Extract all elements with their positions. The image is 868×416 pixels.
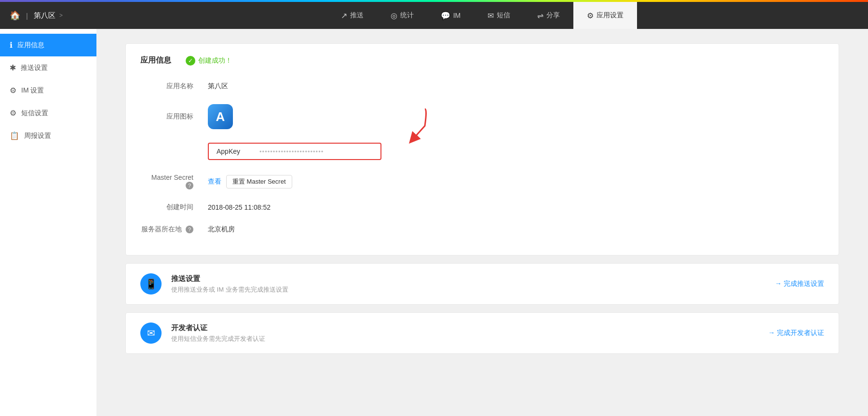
sidebar: ℹ 应用信息 ✱ 推送设置 ⚙ IM 设置 ⚙ 短信设置 📋 周报设置 [0, 29, 96, 416]
chevron-icon: > [59, 12, 63, 19]
appkey-box: AppKey •••••••••••••••••••••••• [208, 143, 381, 160]
complete-developer-auth-link[interactable]: → 完成开发者认证 [768, 329, 824, 337]
reset-master-secret-button[interactable]: 重置 Master Secret [226, 175, 292, 188]
gear-icon: ⚙ [10, 86, 16, 95]
nav-stats-label: 统计 [400, 11, 414, 20]
appkey-field-value: •••••••••••••••••••••••• [259, 148, 324, 155]
app-name-value: 第八区 [208, 82, 228, 91]
brand-name: 第八区 [34, 11, 55, 20]
header-brand: 🏠 | 第八区 > [0, 10, 96, 21]
sms-icon: ✉ [488, 11, 494, 20]
sidebar-sms-settings-label: 短信设置 [21, 109, 48, 118]
success-checkmark-icon: ✓ [186, 56, 195, 66]
app-icon-row: 应用图标 A [140, 97, 824, 136]
home-icon: 🏠 [10, 10, 20, 21]
developer-auth-icon: ✉ [140, 322, 162, 344]
nav-sms-label: 短信 [497, 11, 510, 20]
app-icon-image: A [208, 104, 233, 129]
developer-auth-card: ✉ 开发者认证 使用短信业务需先完成开发者认证 → 完成开发者认证 [125, 312, 839, 354]
server-location-row: 服务器所在地 ? 北京机房 [140, 218, 824, 241]
red-arrow-icon [386, 107, 434, 150]
sidebar-item-push-settings[interactable]: ✱ 推送设置 [0, 56, 96, 79]
success-text: 创建成功！ [198, 56, 232, 65]
nav-settings-label: 应用设置 [597, 11, 624, 20]
nav-push-label: 推送 [350, 11, 364, 20]
app-icon-value: A [208, 104, 233, 129]
header-nav: ↗ 推送 ◎ 统计 💬 IM ✉ 短信 ⇌ 分享 ⚙ 应用设置 [96, 2, 868, 29]
success-badge: ✓ 创建成功！ [186, 56, 232, 66]
info-table: 应用名称 第八区 应用图标 A [126, 66, 839, 255]
share-icon: ⇌ [537, 11, 543, 20]
server-location-help-icon[interactable]: ? [186, 226, 193, 233]
sidebar-im-settings-label: IM 设置 [21, 86, 44, 95]
complete-push-settings-link[interactable]: → 完成推送设置 [775, 280, 824, 288]
header: 🏠 | 第八区 > ↗ 推送 ◎ 统计 💬 IM ✉ 短信 ⇌ 分享 ⚙ 应用设… [0, 2, 868, 29]
created-time-label: 创建时间 [140, 203, 208, 212]
page-title: 应用信息 [140, 55, 171, 66]
report-icon: 📋 [10, 131, 19, 140]
push-settings-desc: 使用推送业务或 IM 业务需先完成推送设置 [171, 285, 765, 294]
main-content: 应用信息 ✓ 创建成功！ 应用名称 第八区 应用图标 A [96, 29, 868, 416]
master-secret-label: Master Secret ? [140, 174, 208, 189]
master-secret-help-icon[interactable]: ? [186, 182, 193, 189]
nav-item-sms[interactable]: ✉ 短信 [474, 2, 524, 29]
server-location-value: 北京机房 [208, 225, 235, 234]
main-layout: ℹ 应用信息 ✱ 推送设置 ⚙ IM 设置 ⚙ 短信设置 📋 周报设置 应用信息… [0, 29, 868, 416]
app-name-row: 应用名称 第八区 [140, 75, 824, 97]
wrench-icon: ✱ [10, 63, 16, 72]
developer-auth-desc: 使用短信业务需先完成开发者认证 [171, 335, 759, 343]
stats-icon: ◎ [391, 11, 397, 20]
sidebar-item-app-info[interactable]: ℹ 应用信息 [0, 34, 96, 56]
nav-item-share[interactable]: ⇌ 分享 [524, 2, 573, 29]
appkey-field-label: AppKey [217, 148, 240, 155]
im-icon: 💬 [441, 11, 450, 20]
appkey-row: AppKey •••••••••••••••••••••••• [140, 136, 824, 167]
sms-settings-icon: ⚙ [10, 108, 16, 118]
app-name-label: 应用名称 [140, 82, 208, 91]
view-link[interactable]: 查看 [208, 177, 221, 186]
settings-nav-icon: ⚙ [587, 11, 594, 20]
nav-item-push[interactable]: ↗ 推送 [327, 2, 377, 29]
sidebar-item-sms-settings[interactable]: ⚙ 短信设置 [0, 102, 96, 124]
nav-item-im[interactable]: 💬 IM [427, 2, 475, 29]
sidebar-app-info-label: 应用信息 [17, 41, 44, 50]
push-icon: ↗ [341, 11, 347, 20]
appkey-value-container: AppKey •••••••••••••••••••••••• [208, 143, 381, 160]
app-info-top: 应用信息 ✓ 创建成功！ [126, 44, 839, 66]
push-settings-text: 推送设置 使用推送业务或 IM 业务需先完成推送设置 [171, 274, 765, 294]
sidebar-item-weekly-settings[interactable]: 📋 周报设置 [0, 124, 96, 147]
master-secret-value: 查看 重置 Master Secret [208, 175, 292, 188]
sidebar-push-settings-label: 推送设置 [21, 64, 48, 72]
push-settings-title: 推送设置 [171, 274, 765, 283]
created-time-value: 2018-08-25 11:08:52 [208, 203, 271, 211]
push-settings-card: 📱 推送设置 使用推送业务或 IM 业务需先完成推送设置 → 完成推送设置 [125, 263, 839, 305]
push-settings-icon: 📱 [140, 273, 162, 295]
created-time-row: 创建时间 2018-08-25 11:08:52 [140, 196, 824, 218]
info-icon: ℹ [10, 40, 13, 50]
sidebar-item-im-settings[interactable]: ⚙ IM 设置 [0, 79, 96, 102]
nav-share-label: 分享 [546, 11, 560, 20]
app-info-card: 应用信息 ✓ 创建成功！ 应用名称 第八区 应用图标 A [125, 43, 839, 255]
nav-item-stats[interactable]: ◎ 统计 [377, 2, 427, 29]
master-secret-row: Master Secret ? 查看 重置 Master Secret [140, 167, 824, 196]
developer-auth-title: 开发者认证 [171, 323, 759, 333]
app-icon-label: 应用图标 [140, 112, 208, 121]
nav-item-app-settings[interactable]: ⚙ 应用设置 [573, 2, 637, 29]
nav-im-label: IM [453, 12, 461, 19]
developer-auth-text: 开发者认证 使用短信业务需先完成开发者认证 [171, 323, 759, 343]
server-location-label: 服务器所在地 ? [140, 225, 208, 234]
sidebar-weekly-settings-label: 周报设置 [24, 132, 51, 140]
